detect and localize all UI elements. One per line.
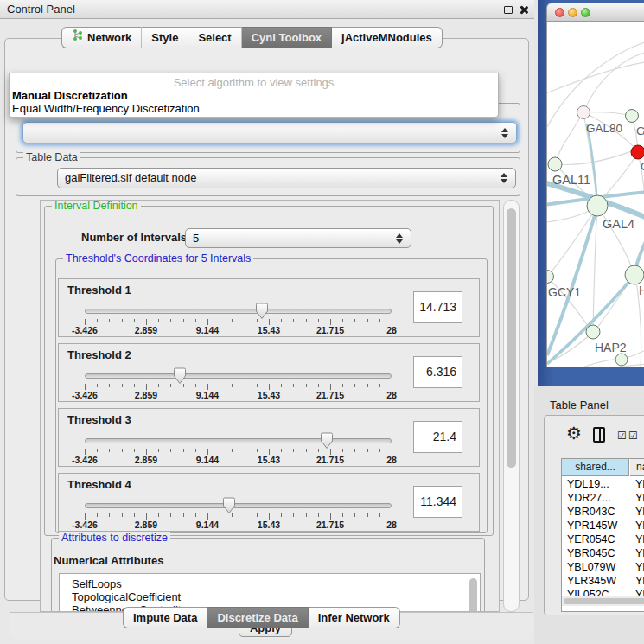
network-node-c[interactable] [631,145,644,159]
slider-tick [306,449,307,452]
table-row[interactable]: YPR145WYPR1 [562,519,644,532]
popup-option-equal-width[interactable]: Equal Width/Frequency Discretization [12,102,200,115]
threshold-label: Threshold 3 [67,413,131,426]
slider-thumb[interactable] [172,367,188,385]
slider-tick [158,513,159,517]
list-scrollbar-thumb[interactable] [469,578,477,612]
table-row[interactable]: YLR345WYLR3 [562,574,644,588]
network-node-g[interactable] [626,110,639,123]
slider-tick [85,449,86,455]
tab-cyni-toolbox[interactable]: Cyni Toolbox [242,27,332,48]
slider-tick [122,384,123,387]
network-node-gal11[interactable] [548,157,562,171]
network-edge[interactable] [583,112,631,116]
table-horizontal-scrollbar[interactable] [562,596,644,606]
slider-tick [85,513,86,520]
slider-track[interactable] [85,503,392,508]
table-row[interactable]: YBR045CYBR0 [562,546,644,560]
tab-discretize-data[interactable]: Discretize Data [207,607,308,628]
mac-close-button[interactable] [555,8,564,17]
slider-thumb[interactable] [319,432,335,450]
table-row[interactable]: YBL079WYBL0 [562,560,644,574]
checkbox-icon[interactable]: ☑ [617,430,627,442]
slider-tick-label: 28 [386,325,397,335]
slider-tick [318,319,319,322]
settings-scroll-viewport: Interval Definition Number of Intervals … [40,200,500,612]
slider-tick [97,384,98,387]
settings-vertical-scrollbar[interactable] [503,200,520,612]
table-row[interactable]: YBR043CYBR0 [562,505,644,519]
column-header-shared[interactable]: shared... [562,459,629,476]
network-node-gal4[interactable] [587,195,608,216]
slider-tick [367,449,368,452]
network-node-gcy1[interactable] [547,271,554,284]
network-node-gal80[interactable] [577,106,590,119]
slider-tick [269,513,270,520]
network-icon [72,28,83,48]
float-window-icon[interactable] [504,6,513,14]
network-edge[interactable] [547,364,644,367]
threshold-value-field[interactable]: 21.4 [413,421,462,453]
top-tab-bar: NetworkStyleSelectCyni ToolboxjActiveMNo… [61,27,443,48]
control-panel-title: Control Panel [7,3,75,16]
scrollbar-thumb[interactable] [564,598,644,604]
network-edge[interactable] [583,51,644,112]
slider-tick-label: -3.426 [72,520,98,530]
split-column-icon[interactable] [593,427,605,443]
mac-minimize-button[interactable] [568,8,577,17]
slider-tick [354,319,355,322]
attribute-item-topologicalcoefficient[interactable]: TopologicalCoefficient [72,590,181,603]
table-row[interactable]: YDR27...YDR2 [562,491,644,505]
slider-tick-label: 9.144 [196,455,219,465]
cell-name: YBR0 [635,505,644,519]
table-row[interactable]: YER054CYER0 [562,532,644,546]
slider-tick [158,319,159,322]
algorithm-hint-text: Select algorithm to view settings [10,76,498,89]
slider-track[interactable] [85,438,392,443]
slider-tick [293,513,294,517]
checkbox-icon[interactable]: ☑ [628,430,638,442]
threshold-value-field[interactable]: 14.713 [413,291,462,323]
scrollbar-thumb[interactable] [507,208,516,468]
slider-tick [392,319,392,325]
slider-tick [122,319,123,322]
threshold-value-field[interactable]: 6.316 [413,356,462,388]
attribute-item-selfloops[interactable]: SelfLoops [72,577,122,590]
tab-jactivemnodules[interactable]: jActiveMNodules [332,27,443,48]
network-node-h[interactable] [625,265,644,284]
tab-style[interactable]: Style [142,27,188,48]
tab-impute-data[interactable]: Impute Data [123,607,207,628]
mac-zoom-button[interactable] [581,8,590,17]
slider-thumb[interactable] [254,303,270,320]
slider-tick [195,449,196,452]
popup-option-manual[interactable]: Manual Discretization [12,89,128,102]
network-edge[interactable] [593,207,597,330]
threshold-value-field[interactable]: 11.344 [413,486,462,518]
table-data-combo[interactable]: galFiltered.sif default node [57,168,516,188]
network-edge[interactable] [547,359,620,367]
slider-tick [281,449,282,452]
slider-tick-label: 15.43 [258,520,280,530]
network-edge[interactable] [556,112,583,163]
slider-tick [306,513,307,517]
slider-tick [342,449,343,452]
tab-select[interactable]: Select [188,27,241,48]
threshold-label: Threshold 4 [67,478,131,491]
network-canvas[interactable]: GAL80G.CGAL11GAL4GCY1HHAP2 [546,22,644,367]
slider-tick [367,384,368,387]
network-node-hap2[interactable] [586,325,600,339]
slider-tick [354,384,355,387]
slider-track[interactable] [85,309,392,314]
gear-icon[interactable]: ⚙ [566,424,582,442]
slider-track[interactable] [85,373,392,379]
number-of-intervals-combo[interactable]: 5 [185,228,411,248]
tab-network[interactable]: Network [61,27,142,48]
table-row[interactable]: YDL19...YDL1 [562,477,644,491]
slider-thumb[interactable] [221,497,237,514]
tab-infer-network[interactable]: Infer Network [309,607,400,628]
network-node[interactable] [615,354,628,366]
algorithm-combo[interactable] [22,122,517,143]
network-edge[interactable] [556,144,644,164]
close-icon[interactable] [518,4,529,16]
column-header-name[interactable]: na [630,459,644,476]
